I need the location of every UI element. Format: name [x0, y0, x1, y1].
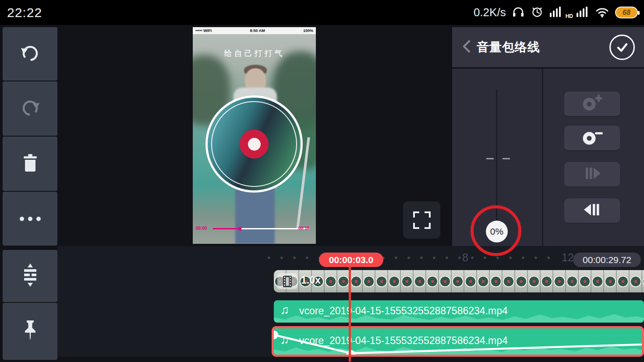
step-backward-icon	[583, 202, 602, 219]
panel-divider	[542, 69, 543, 246]
trash-icon	[21, 153, 39, 175]
undo-arrow-icon	[20, 42, 41, 65]
track-layers-button[interactable]	[3, 250, 57, 302]
video-preview[interactable]: ••••• WIFI 8:50 AM 100% 给自己打打气 00:00 00:…	[193, 27, 316, 244]
more-options-button[interactable]	[3, 192, 57, 246]
playhead-line[interactable]	[349, 266, 351, 362]
progress-start-label: 00:00	[196, 226, 207, 231]
total-duration-pill: 00:00:29.72	[573, 253, 641, 267]
clock-time: 22:22	[7, 5, 42, 20]
redo-arrow-icon	[20, 97, 41, 120]
fullscreen-icon	[413, 211, 431, 229]
next-keyframe-button[interactable]	[564, 162, 620, 188]
undo-button[interactable]	[3, 27, 57, 81]
selected-clip-content: ♫ vcore_2019-04-15-155532552887586234.mp…	[274, 328, 642, 355]
cellular-signal-icon	[576, 6, 589, 20]
check-icon	[615, 40, 630, 55]
hd-label: HD	[566, 13, 573, 19]
battery-icon: 68	[615, 7, 638, 18]
highlight-ring-annotation	[471, 205, 521, 256]
confirm-button[interactable]	[609, 35, 635, 60]
progress-elapsed	[213, 228, 240, 229]
step-forward-icon	[583, 165, 602, 183]
panel-title: 音量包络线	[477, 39, 540, 56]
status-icons: 0.2K/s HD 68	[474, 5, 638, 20]
envelope-keyframe-dot	[346, 350, 356, 355]
delete-button[interactable]	[3, 137, 57, 191]
track-mixer-icon	[20, 264, 40, 289]
person-jeans	[235, 186, 275, 244]
status-bar: 22:22 0.2K/s HD 68	[0, 0, 644, 25]
video-frame: 给自己打打气 00:00 00:16	[193, 34, 316, 244]
headphones-icon	[512, 5, 525, 20]
back-chevron-icon[interactable]	[461, 39, 472, 56]
film-strip-icon	[277, 273, 297, 289]
fullscreen-button[interactable]	[403, 201, 440, 239]
timeline[interactable]: 8 12 00:00:03.0 00:00:29.72 1.0x ♫ vcore…	[57, 246, 644, 362]
push-pin-icon	[21, 319, 39, 344]
record-button-overlay	[240, 130, 269, 158]
selected-audio-track-clip[interactable]: ♫ vcore_2019-04-15-155532552887586234.mp…	[272, 326, 644, 357]
envelope-keyframe-dot	[274, 330, 278, 339]
progress-end-label: 00:16	[298, 226, 310, 231]
keyframe-minus-icon	[581, 128, 604, 148]
video-track-clip[interactable]: 1.0x	[274, 270, 644, 292]
slider-tick-left	[486, 158, 494, 159]
remove-keyframe-button[interactable]	[564, 126, 620, 151]
redo-button[interactable]	[3, 81, 57, 136]
recorded-time: 8:50 AM	[250, 28, 265, 33]
volume-envelope-line[interactable]	[274, 328, 642, 355]
add-keyframe-button[interactable]	[564, 91, 620, 117]
watermark-text: 给自己打打气	[193, 48, 316, 59]
clip-speed-label: 1.0x	[301, 274, 321, 286]
recorded-status-bar: ••••• WIFI 8:50 AM 100%	[193, 27, 316, 34]
ellipsis-icon	[20, 217, 41, 221]
wifi-icon	[595, 6, 609, 19]
recorded-carrier: ••••• WIFI	[195, 28, 212, 33]
video-editor-app: 22:22 0.2K/s HD 68	[0, 0, 644, 362]
panel-header: 音量包络线	[452, 27, 644, 68]
pin-button[interactable]	[3, 303, 57, 360]
battery-percent: 68	[623, 9, 630, 17]
recorded-battery: 100%	[303, 28, 313, 33]
ruler-mark: 8	[460, 251, 470, 264]
cellular-signal-icon	[549, 6, 563, 20]
prev-keyframe-button[interactable]	[564, 198, 620, 224]
alarm-clock-icon	[531, 5, 544, 20]
slider-tick-right	[502, 158, 510, 159]
recorded-progress-bar: 00:00 00:16	[193, 226, 316, 232]
network-speed: 0.2K/s	[474, 6, 506, 19]
playhead-time-pill[interactable]: 00:00:03.0	[319, 253, 383, 267]
music-note-icon: ♫	[280, 303, 289, 317]
keyframe-plus-icon	[581, 94, 604, 114]
audio-track-clip[interactable]: ♫ vcore_2019-04-15-155532552887586234.mp…	[274, 300, 644, 323]
